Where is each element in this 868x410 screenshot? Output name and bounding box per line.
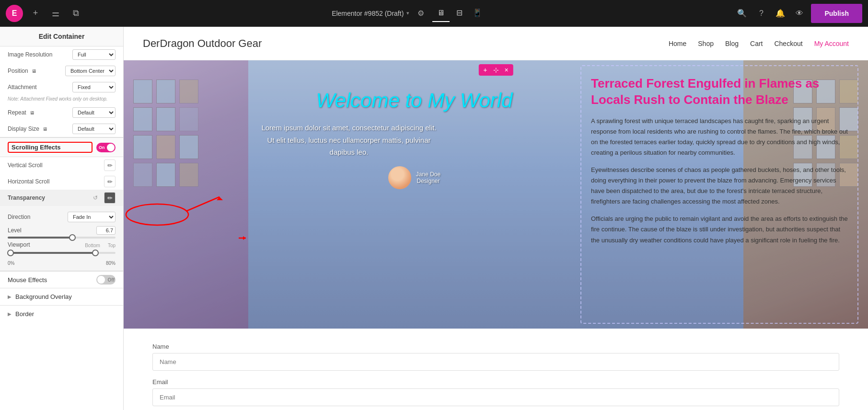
viewport-range-fill [8,252,94,254]
left-panel: Edit Container Image Resolution Full Pos… [0,27,124,410]
add-element-button[interactable]: + [28,6,43,21]
position-label: Position 🖥 [8,68,61,74]
preview-wrapper: DerDragon Outdoor Gear Home Shop Blog Ca… [124,27,868,410]
publish-button[interactable]: Publish [811,4,862,23]
scrolling-effects-toggle[interactable]: On [96,143,116,152]
scrolling-effects-label: Scrolling Effects [8,142,93,153]
search-button[interactable]: 🔍 [734,6,750,21]
draft-title[interactable]: Elementor #9852 (Draft) ▾ [332,10,409,17]
site-logo: DerDragon Outdoor Gear [143,37,669,50]
level-row: Level 6.7 [0,224,123,239]
email-input[interactable] [152,388,839,406]
add-element-icon[interactable]: + [481,65,489,75]
direction-select[interactable]: Fade In [68,212,116,222]
transparency-label: Transparency [8,194,87,201]
attachment-note: Note: Attachment Fixed works only on des… [0,95,123,104]
name-input[interactable] [152,353,839,371]
horizontal-scroll-edit-btn[interactable]: ✏ [104,176,116,187]
attachment-label: Attachment [8,84,69,91]
move-element-icon[interactable]: ⊹ [491,65,501,75]
nav-shop[interactable]: Shop [698,40,714,47]
viewport-row: Viewport Bottom Top 0% 80% [0,239,123,267]
display-size-row: Display Size 🖥 Default [0,121,123,137]
repeat-label: Repeat 🖥 [8,109,69,116]
display-size-label: Display Size 🖥 [8,125,69,132]
tablet-view-button[interactable]: ⊟ [451,5,468,22]
attachment-select[interactable]: Fixed [72,82,116,92]
mouse-effects-toggle[interactable]: Off [96,275,116,285]
border-section[interactable]: ▶ Border [0,305,123,322]
help-button[interactable]: ? [753,6,769,21]
history-button[interactable]: ⚌ [48,6,63,21]
level-slider-fill [8,237,72,239]
repeat-select[interactable]: Default [72,107,116,118]
hero-body-text: Lorem ipsum dolor sit amet, consectetur … [258,122,440,159]
main-layout: Edit Container Image Resolution Full Pos… [0,27,868,410]
horizontal-scroll-label: Horizontal Scroll [8,178,100,185]
nav-my-account[interactable]: My Account [814,40,849,47]
nav-cart[interactable]: Cart [750,40,763,47]
viewport-slider[interactable] [8,252,116,259]
level-slider[interactable] [8,237,116,239]
settings-gear-button[interactable]: ⚙ [413,6,428,21]
avatar [388,166,411,189]
horizontal-scroll-row: Horizontal Scroll ✏ [0,173,123,190]
position-row: Position 🖥 Bottom Center [0,63,123,79]
hero-avatar-row: Jane DoeDesigner [258,166,571,189]
background-overlay-section[interactable]: ▶ Background Overlay [0,288,123,305]
layers-button[interactable]: ⧉ [68,6,83,21]
nav-home[interactable]: Home [669,40,686,47]
viewport-thumb-left[interactable] [7,250,14,256]
direction-label: Direction [8,214,64,220]
viewport-label: Viewport [8,241,30,248]
top-bar-center: Elementor #9852 (Draft) ▾ ⚙ 🖥 ⊟ 📱 [88,5,729,22]
image-resolution-row: Image Resolution Full [0,46,123,63]
avatar-label: Jane DoeDesigner [416,171,440,184]
viewport-pct-right: 80% [106,261,116,266]
vertical-scroll-label: Vertical Scroll [8,162,100,169]
transparency-row: Transparency ↺ ✏ [0,190,123,206]
background-overlay-label: Background Overlay [15,293,72,300]
display-size-select[interactable]: Default [72,124,116,134]
hero-left-content: Welcome to My World Lorem ipsum dolor si… [258,89,571,189]
mobile-view-button[interactable]: 📱 [469,5,486,22]
site-nav-links: Home Shop Blog Cart Checkout My Account [669,40,849,47]
level-value-input[interactable]: 6.7 [96,226,116,235]
mouse-effects-label: Mouse Effects [8,276,93,284]
position-select[interactable]: Bottom Center [65,66,116,76]
transparency-edit-btn[interactable]: ✏ [104,192,116,204]
elementor-logo[interactable]: E [6,5,23,22]
right-canvas: DerDragon Outdoor Gear Home Shop Blog Ca… [124,27,868,410]
mouse-effects-row: Mouse Effects Off [0,271,123,288]
nav-checkout[interactable]: Checkout [774,40,802,47]
close-element-icon[interactable]: × [503,65,510,75]
viewport-track[interactable] [8,252,116,254]
image-resolution-select[interactable]: Full [72,49,116,60]
border-label: Border [15,310,34,318]
top-bar: E + ⚌ ⧉ Elementor #9852 (Draft) ▾ ⚙ 🖥 ⊟ … [0,0,868,27]
mouse-effects-off-label: Off [108,277,115,283]
transparency-reset-btn[interactable]: ↺ [91,193,100,203]
desktop-view-button[interactable]: 🖥 [432,5,450,22]
background-overlay-arrow: ▶ [8,294,12,299]
name-label: Name [152,343,839,350]
preview-button[interactable]: 👁 [792,6,807,21]
hero-title: Welcome to My World [258,89,571,112]
top-bar-right: 🔍 ? 🔔 👁 Publish [734,4,862,23]
notifications-button[interactable]: 🔔 [773,6,788,21]
draft-dropdown-arrow: ▾ [406,10,409,16]
nav-blog[interactable]: Blog [725,40,739,47]
viewport-thumb-right[interactable] [92,250,99,256]
toggle-knob [107,144,115,151]
level-slider-track[interactable] [8,237,116,239]
vertical-scroll-row: Vertical Scroll ✏ [0,157,123,173]
article-container: Terraced Forest Engulfed in Flames as Lo… [580,65,858,324]
article-p2: Eyewitnesses describe scenes of chaos as… [591,165,848,207]
vertical-scroll-edit-btn[interactable]: ✏ [104,159,116,171]
direction-row: Direction Fade In [0,210,123,224]
scrolling-effects-section: Scrolling Effects On [0,137,123,157]
repeat-row: Repeat 🖥 Default [0,104,123,121]
email-label: Email [152,378,839,386]
image-resolution-label: Image Resolution [8,51,69,58]
hero-section: + ⊹ × Welcome to My World Lorem ipsum do… [124,60,868,329]
